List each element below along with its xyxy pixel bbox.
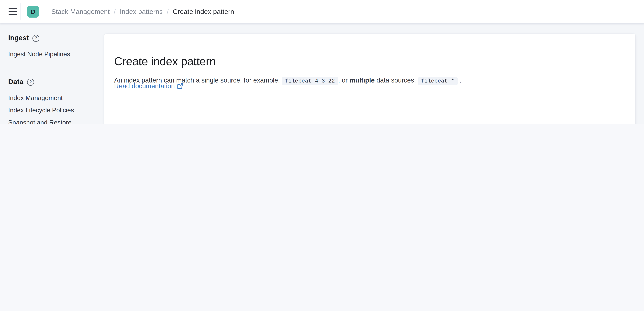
- read-documentation-link[interactable]: Read documentation: [114, 81, 183, 91]
- header-divider: [20, 3, 21, 20]
- top-header-bar: D Stack Management / Index patterns / Cr…: [0, 0, 644, 23]
- help-icon[interactable]: ?: [32, 35, 40, 42]
- code-example-single: filebeat-4-3-22: [282, 77, 338, 85]
- sidebar-section-data: Data ? Index Management Index Lifecycle …: [8, 77, 104, 124]
- code-example-wildcard: filebeat-*: [418, 77, 458, 85]
- external-link-icon: [177, 83, 183, 89]
- breadcrumb-create-index-pattern: Create index pattern: [173, 7, 234, 15]
- sidebar-item-ingest-node-pipelines[interactable]: Ingest Node Pipelines: [8, 48, 104, 60]
- sidebar-item-index-management[interactable]: Index Management: [8, 92, 104, 104]
- sidebar-section-title: Ingest: [8, 33, 29, 43]
- section-divider: [114, 104, 623, 104]
- intro-text: An index pattern can match a single sour…: [114, 75, 623, 86]
- header-divider: [45, 3, 45, 20]
- space-avatar[interactable]: D: [27, 5, 39, 17]
- breadcrumb-separator: /: [167, 7, 169, 15]
- space-initial: D: [31, 8, 35, 15]
- menu-icon[interactable]: [5, 3, 20, 20]
- create-index-pattern-panel: Create index pattern An index pattern ca…: [104, 34, 636, 124]
- breadcrumb-stack-management[interactable]: Stack Management: [52, 7, 110, 15]
- step-heading: Step 1 of 2: Define an index pattern: [114, 124, 250, 124]
- sidebar-section-title: Data: [8, 77, 23, 87]
- breadcrumb: Stack Management / Index patterns / Crea…: [52, 7, 234, 15]
- sidebar-item-index-lifecycle-policies[interactable]: Index Lifecycle Policies: [8, 104, 104, 116]
- sidebar-section-ingest: Ingest ? Ingest Node Pipelines: [8, 33, 104, 60]
- page-title: Create index pattern: [114, 54, 216, 69]
- breadcrumb-separator: /: [114, 7, 116, 15]
- breadcrumb-index-patterns[interactable]: Index patterns: [120, 7, 162, 15]
- sidebar-item-snapshot-and-restore[interactable]: Snapshot and Restore: [8, 116, 104, 124]
- kibana-create-index-pattern-page: D Stack Management / Index patterns / Cr…: [0, 0, 644, 124]
- help-icon[interactable]: ?: [27, 79, 34, 86]
- management-sidebar: Ingest ? Ingest Node Pipelines Data ? In…: [0, 23, 104, 124]
